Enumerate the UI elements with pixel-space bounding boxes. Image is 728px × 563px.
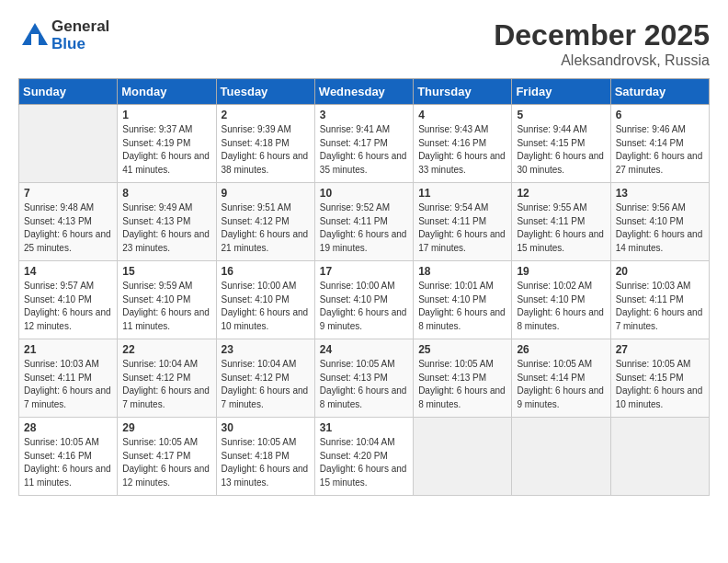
calendar-cell — [19, 105, 118, 183]
calendar-cell: 25Sunrise: 10:05 AMSunset: 4:13 PMDaylig… — [414, 339, 512, 418]
calendar-cell: 27Sunrise: 10:05 AMSunset: 4:15 PMDaylig… — [610, 339, 709, 418]
day-info: Sunrise: 10:05 AMSunset: 4:18 PMDaylight… — [222, 436, 310, 489]
day-number: 23 — [222, 343, 310, 356]
day-info: Sunrise: 10:05 AMSunset: 4:16 PMDaylight… — [24, 436, 112, 489]
day-number: 9 — [222, 187, 310, 200]
calendar-cell: 13Sunrise: 9:56 AMSunset: 4:10 PMDayligh… — [610, 183, 709, 261]
day-number: 21 — [24, 343, 112, 356]
calendar-cell: 3Sunrise: 9:41 AMSunset: 4:17 PMDaylight… — [314, 105, 413, 183]
calendar-cell: 26Sunrise: 10:05 AMSunset: 4:14 PMDaylig… — [512, 339, 610, 418]
day-info: Sunrise: 10:04 AMSunset: 4:12 PMDaylight… — [122, 358, 210, 411]
day-info: Sunrise: 9:57 AMSunset: 4:10 PMDaylight:… — [24, 280, 112, 333]
day-info: Sunrise: 9:41 AMSunset: 4:17 PMDaylight:… — [320, 123, 408, 177]
calendar-cell: 23Sunrise: 10:04 AMSunset: 4:12 PMDaylig… — [216, 339, 314, 418]
day-info: Sunrise: 9:54 AMSunset: 4:11 PMDaylight:… — [418, 201, 506, 255]
day-number: 26 — [517, 343, 605, 356]
calendar-cell: 12Sunrise: 9:55 AMSunset: 4:11 PMDayligh… — [512, 183, 610, 261]
calendar-cell: 10Sunrise: 9:52 AMSunset: 4:11 PMDayligh… — [314, 183, 413, 261]
day-info: Sunrise: 10:02 AMSunset: 4:10 PMDaylight… — [517, 280, 605, 333]
day-info: Sunrise: 9:56 AMSunset: 4:10 PMDaylight:… — [616, 201, 704, 255]
day-number: 22 — [122, 343, 210, 356]
day-info: Sunrise: 10:05 AMSunset: 4:17 PMDaylight… — [122, 436, 210, 489]
calendar-cell: 1Sunrise: 9:37 AMSunset: 4:19 PMDaylight… — [118, 105, 216, 183]
day-info: Sunrise: 9:44 AMSunset: 4:15 PMDaylight:… — [517, 123, 605, 177]
calendar-cell: 18Sunrise: 10:01 AMSunset: 4:10 PMDaylig… — [414, 261, 512, 339]
calendar-cell: 8Sunrise: 9:49 AMSunset: 4:13 PMDaylight… — [118, 183, 216, 261]
day-number: 29 — [122, 421, 210, 434]
day-info: Sunrise: 9:43 AMSunset: 4:16 PMDaylight:… — [418, 123, 506, 177]
calendar-cell: 20Sunrise: 10:03 AMSunset: 4:11 PMDaylig… — [610, 261, 709, 339]
calendar-cell: 22Sunrise: 10:04 AMSunset: 4:12 PMDaylig… — [118, 339, 216, 418]
day-number: 30 — [222, 421, 310, 434]
calendar-cell: 17Sunrise: 10:00 AMSunset: 4:10 PMDaylig… — [314, 261, 413, 339]
day-number: 1 — [122, 109, 210, 121]
day-info: Sunrise: 9:37 AMSunset: 4:19 PMDaylight:… — [122, 123, 210, 177]
calendar-cell: 21Sunrise: 10:03 AMSunset: 4:11 PMDaylig… — [19, 339, 118, 418]
day-info: Sunrise: 9:59 AMSunset: 4:10 PMDaylight:… — [122, 280, 210, 333]
calendar-week-row: 7Sunrise: 9:48 AMSunset: 4:13 PMDaylight… — [19, 183, 710, 261]
day-number: 11 — [418, 187, 506, 200]
day-number: 15 — [122, 265, 210, 278]
calendar-week-row: 1Sunrise: 9:37 AMSunset: 4:19 PMDaylight… — [19, 105, 710, 183]
day-info: Sunrise: 10:04 AMSunset: 4:20 PMDaylight… — [320, 436, 408, 489]
logo-blue-text: Blue — [51, 36, 109, 53]
day-info: Sunrise: 10:04 AMSunset: 4:12 PMDaylight… — [222, 358, 310, 411]
month-title: December 2025 — [494, 18, 710, 52]
day-number: 3 — [320, 109, 408, 121]
title-block: December 2025 Aleksandrovsk, Russia — [494, 18, 710, 69]
day-number: 14 — [24, 265, 112, 278]
day-number: 18 — [418, 265, 506, 278]
day-number: 31 — [320, 421, 408, 434]
logo-icon — [18, 19, 51, 52]
weekday-header-wednesday: Wednesday — [314, 79, 413, 105]
weekday-header-row: SundayMondayTuesdayWednesdayThursdayFrid… — [19, 79, 710, 105]
day-info: Sunrise: 9:51 AMSunset: 4:12 PMDaylight:… — [222, 201, 310, 255]
day-number: 2 — [222, 109, 310, 121]
day-info: Sunrise: 9:55 AMSunset: 4:11 PMDaylight:… — [517, 201, 605, 255]
calendar-cell: 9Sunrise: 9:51 AMSunset: 4:12 PMDaylight… — [216, 183, 314, 261]
day-info: Sunrise: 10:00 AMSunset: 4:10 PMDaylight… — [320, 280, 408, 333]
day-info: Sunrise: 9:52 AMSunset: 4:11 PMDaylight:… — [320, 201, 408, 255]
day-info: Sunrise: 10:05 AMSunset: 4:14 PMDaylight… — [517, 358, 605, 411]
day-info: Sunrise: 10:05 AMSunset: 4:13 PMDaylight… — [418, 358, 506, 411]
weekday-header-friday: Friday — [512, 79, 610, 105]
day-info: Sunrise: 10:03 AMSunset: 4:11 PMDaylight… — [24, 358, 112, 411]
calendar-cell: 24Sunrise: 10:05 AMSunset: 4:13 PMDaylig… — [314, 339, 413, 418]
day-info: Sunrise: 10:05 AMSunset: 4:15 PMDaylight… — [616, 358, 704, 411]
day-number: 5 — [517, 109, 605, 121]
day-number: 12 — [517, 187, 605, 200]
calendar-cell: 29Sunrise: 10:05 AMSunset: 4:17 PMDaylig… — [118, 418, 216, 496]
calendar-cell: 15Sunrise: 9:59 AMSunset: 4:10 PMDayligh… — [118, 261, 216, 339]
day-number: 25 — [418, 343, 506, 356]
day-number: 27 — [616, 343, 704, 356]
location-title: Aleksandrovsk, Russia — [494, 52, 710, 69]
day-info: Sunrise: 9:46 AMSunset: 4:14 PMDaylight:… — [616, 123, 704, 177]
day-info: Sunrise: 10:03 AMSunset: 4:11 PMDaylight… — [616, 280, 704, 333]
day-number: 24 — [320, 343, 408, 356]
day-info: Sunrise: 10:01 AMSunset: 4:10 PMDaylight… — [418, 280, 506, 333]
calendar-cell: 6Sunrise: 9:46 AMSunset: 4:14 PMDaylight… — [610, 105, 709, 183]
logo-general-text: General — [51, 18, 109, 36]
calendar-cell — [512, 418, 610, 496]
calendar-cell: 31Sunrise: 10:04 AMSunset: 4:20 PMDaylig… — [314, 418, 413, 496]
day-number: 6 — [616, 109, 704, 121]
day-number: 19 — [517, 265, 605, 278]
svg-rect-1 — [31, 34, 39, 45]
calendar-table: SundayMondayTuesdayWednesdayThursdayFrid… — [18, 78, 710, 496]
day-number: 17 — [320, 265, 408, 278]
calendar-cell: 4Sunrise: 9:43 AMSunset: 4:16 PMDaylight… — [414, 105, 512, 183]
calendar-cell: 30Sunrise: 10:05 AMSunset: 4:18 PMDaylig… — [216, 418, 314, 496]
calendar-cell — [414, 418, 512, 496]
calendar-cell: 11Sunrise: 9:54 AMSunset: 4:11 PMDayligh… — [414, 183, 512, 261]
calendar-cell: 5Sunrise: 9:44 AMSunset: 4:15 PMDaylight… — [512, 105, 610, 183]
day-info: Sunrise: 9:48 AMSunset: 4:13 PMDaylight:… — [24, 201, 112, 255]
day-number: 28 — [24, 421, 112, 434]
day-number: 8 — [122, 187, 210, 200]
day-number: 10 — [320, 187, 408, 200]
day-info: Sunrise: 9:39 AMSunset: 4:18 PMDaylight:… — [222, 123, 310, 177]
calendar-cell: 16Sunrise: 10:00 AMSunset: 4:10 PMDaylig… — [216, 261, 314, 339]
weekday-header-thursday: Thursday — [414, 79, 512, 105]
day-number: 4 — [418, 109, 506, 121]
calendar-cell: 14Sunrise: 9:57 AMSunset: 4:10 PMDayligh… — [19, 261, 118, 339]
calendar-cell: 28Sunrise: 10:05 AMSunset: 4:16 PMDaylig… — [19, 418, 118, 496]
